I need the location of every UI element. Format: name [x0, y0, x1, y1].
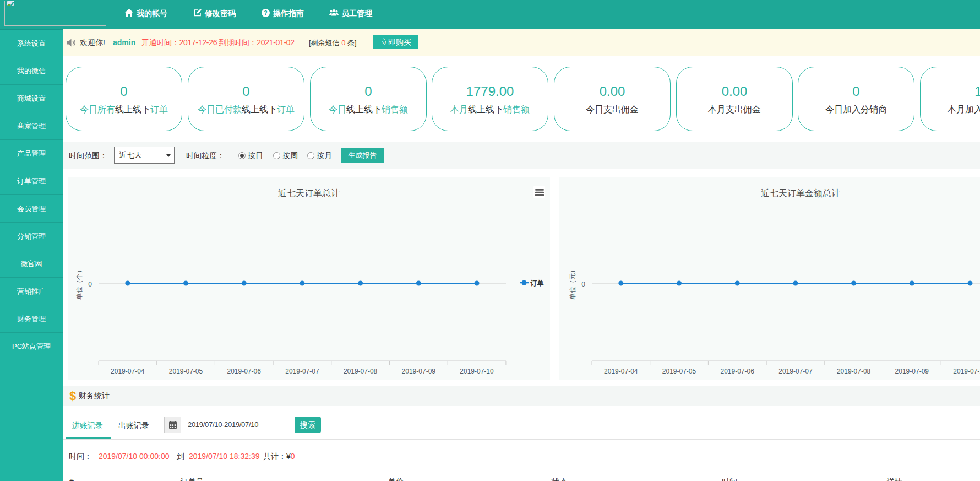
svg-text:2019-07-06: 2019-07-06 [227, 367, 262, 375]
svg-text:订单: 订单 [530, 279, 544, 287]
svg-text:2019-07-05: 2019-07-05 [662, 367, 696, 375]
svg-text:2019-07-09: 2019-07-09 [402, 367, 436, 375]
svg-text:2019-07-08: 2019-07-08 [837, 367, 871, 375]
svg-text:2019-07-07: 2019-07-07 [778, 367, 813, 375]
svg-text:2019-07-10: 2019-07-10 [953, 367, 980, 375]
svg-text:近七天订单金额总计: 近七天订单金额总计 [761, 188, 840, 198]
svg-text:单位（个）: 单位（个） [75, 267, 83, 300]
svg-text:近七天订单总计: 近七天订单总计 [278, 188, 340, 198]
svg-text:0: 0 [581, 280, 585, 288]
svg-text:2019-07-09: 2019-07-09 [895, 367, 929, 375]
svg-text:2019-07-07: 2019-07-07 [285, 367, 319, 375]
svg-text:?: ? [264, 9, 267, 16]
svg-text:2019-07-08: 2019-07-08 [344, 367, 378, 375]
svg-text:2019-07-05: 2019-07-05 [169, 367, 203, 375]
svg-text:2019-07-06: 2019-07-06 [721, 367, 755, 375]
svg-text:2019-07-04: 2019-07-04 [604, 367, 638, 375]
svg-text:2019-07-04: 2019-07-04 [111, 367, 145, 375]
svg-text:0: 0 [88, 280, 92, 288]
svg-text:2019-07-10: 2019-07-10 [460, 367, 494, 375]
svg-text:单位（元）: 单位（元） [569, 267, 576, 300]
